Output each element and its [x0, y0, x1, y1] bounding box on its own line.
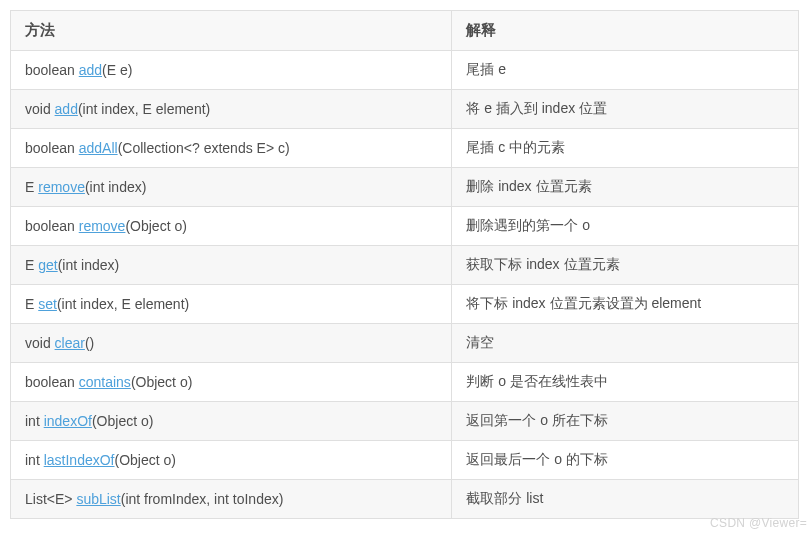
method-cell: void clear() — [11, 324, 452, 363]
desc-cell: 删除遇到的第一个 o — [452, 207, 799, 246]
table-row: int indexOf(Object o)返回第一个 o 所在下标 — [11, 402, 799, 441]
method-suffix: (Object o) — [115, 452, 176, 468]
desc-cell: 返回最后一个 o 的下标 — [452, 441, 799, 480]
method-prefix: List<E> — [25, 491, 76, 507]
table-row: boolean contains(Object o)判断 o 是否在线性表中 — [11, 363, 799, 402]
desc-cell: 尾插 c 中的元素 — [452, 129, 799, 168]
method-cell: boolean addAll(Collection<? extends E> c… — [11, 129, 452, 168]
method-link[interactable]: add — [79, 62, 102, 78]
desc-cell: 截取部分 list — [452, 480, 799, 519]
method-suffix: (E e) — [102, 62, 132, 78]
method-cell: E get(int index) — [11, 246, 452, 285]
desc-cell: 判断 o 是否在线性表中 — [452, 363, 799, 402]
header-desc: 解释 — [452, 11, 799, 51]
method-link[interactable]: addAll — [79, 140, 118, 156]
desc-cell: 返回第一个 o 所在下标 — [452, 402, 799, 441]
desc-cell: 获取下标 index 位置元素 — [452, 246, 799, 285]
desc-cell: 删除 index 位置元素 — [452, 168, 799, 207]
method-suffix: (Collection<? extends E> c) — [118, 140, 290, 156]
method-link[interactable]: get — [38, 257, 57, 273]
method-cell: boolean remove(Object o) — [11, 207, 452, 246]
method-link[interactable]: remove — [38, 179, 85, 195]
method-prefix: boolean — [25, 218, 79, 234]
method-cell: int indexOf(Object o) — [11, 402, 452, 441]
method-suffix: (Object o) — [92, 413, 153, 429]
method-prefix: int — [25, 452, 44, 468]
table-row: E get(int index)获取下标 index 位置元素 — [11, 246, 799, 285]
table-row: boolean add(E e)尾插 e — [11, 51, 799, 90]
method-link[interactable]: lastIndexOf — [44, 452, 115, 468]
method-cell: boolean contains(Object o) — [11, 363, 452, 402]
method-link[interactable]: clear — [55, 335, 85, 351]
method-cell: List<E> subList(int fromIndex, int toInd… — [11, 480, 452, 519]
table-header-row: 方法 解释 — [11, 11, 799, 51]
methods-table: 方法 解释 boolean add(E e)尾插 evoid add(int i… — [10, 10, 799, 519]
method-suffix: (int index) — [85, 179, 146, 195]
method-prefix: E — [25, 257, 38, 273]
method-cell: E remove(int index) — [11, 168, 452, 207]
method-link[interactable]: contains — [79, 374, 131, 390]
method-prefix: E — [25, 296, 38, 312]
method-cell: boolean add(E e) — [11, 51, 452, 90]
method-link[interactable]: remove — [79, 218, 126, 234]
method-prefix: boolean — [25, 62, 79, 78]
desc-cell: 尾插 e — [452, 51, 799, 90]
table-row: boolean remove(Object o)删除遇到的第一个 o — [11, 207, 799, 246]
method-link[interactable]: indexOf — [44, 413, 92, 429]
desc-cell: 将下标 index 位置元素设置为 element — [452, 285, 799, 324]
header-method: 方法 — [11, 11, 452, 51]
table-row: List<E> subList(int fromIndex, int toInd… — [11, 480, 799, 519]
method-cell: void add(int index, E element) — [11, 90, 452, 129]
method-prefix: boolean — [25, 374, 79, 390]
method-prefix: boolean — [25, 140, 79, 156]
table-row: E remove(int index)删除 index 位置元素 — [11, 168, 799, 207]
method-suffix: (int fromIndex, int toIndex) — [121, 491, 284, 507]
method-suffix: (int index, E element) — [57, 296, 189, 312]
method-link[interactable]: add — [55, 101, 78, 117]
method-suffix: (Object o) — [125, 218, 186, 234]
method-suffix: (int index, E element) — [78, 101, 210, 117]
desc-cell: 将 e 插入到 index 位置 — [452, 90, 799, 129]
method-prefix: E — [25, 179, 38, 195]
method-link[interactable]: set — [38, 296, 57, 312]
method-suffix: (int index) — [58, 257, 119, 273]
method-prefix: int — [25, 413, 44, 429]
desc-cell: 清空 — [452, 324, 799, 363]
method-link[interactable]: subList — [76, 491, 120, 507]
table-row: boolean addAll(Collection<? extends E> c… — [11, 129, 799, 168]
table-row: int lastIndexOf(Object o)返回最后一个 o 的下标 — [11, 441, 799, 480]
method-cell: int lastIndexOf(Object o) — [11, 441, 452, 480]
method-cell: E set(int index, E element) — [11, 285, 452, 324]
method-prefix: void — [25, 101, 55, 117]
method-suffix: (Object o) — [131, 374, 192, 390]
table-row: E set(int index, E element)将下标 index 位置元… — [11, 285, 799, 324]
method-prefix: void — [25, 335, 55, 351]
method-suffix: () — [85, 335, 94, 351]
table-row: void add(int index, E element)将 e 插入到 in… — [11, 90, 799, 129]
table-row: void clear()清空 — [11, 324, 799, 363]
